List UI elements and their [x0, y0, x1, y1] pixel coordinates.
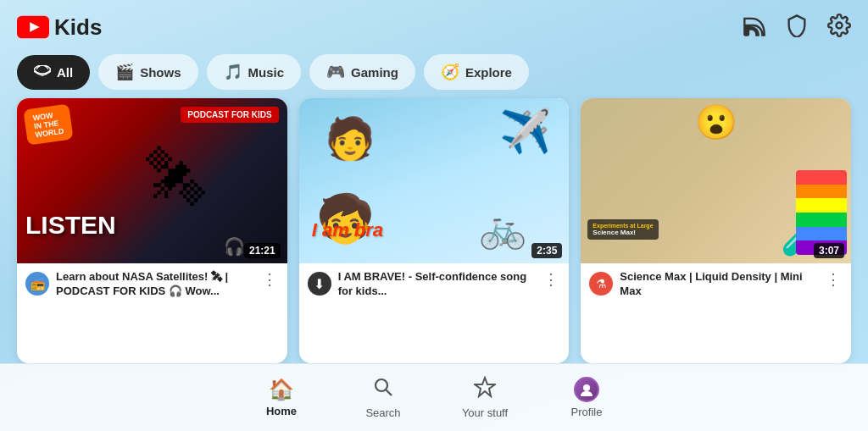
video-card-2[interactable]: ✈️ 🧒 🚲 🧑 I am bra 2:35 ⬇ I AM BRAVE! - S…: [299, 98, 570, 363]
tab-music[interactable]: 🎵 Music: [207, 54, 302, 90]
duration-badge-3: 3:07: [814, 243, 844, 258]
video-more-3[interactable]: ⋮: [824, 270, 843, 289]
video-left-3: ⚗ Science Max | Liquid Density | Mini Ma…: [589, 270, 819, 299]
video-info-1: 📻 Learn about NASA Satellites! 🛰 | PODCA…: [17, 263, 287, 306]
duration-badge-2: 2:35: [531, 243, 562, 258]
video-left-2: ⬇ I AM BRAVE! - Self-confidence song for…: [308, 270, 537, 299]
video-left-1: 📻 Learn about NASA Satellites! 🛰 | PODCA…: [25, 270, 255, 299]
shield-icon[interactable]: [785, 14, 809, 41]
shows-icon: 🎬: [115, 63, 134, 81]
listen-overlay: LISTEN: [25, 211, 116, 240]
all-icon: [34, 64, 51, 81]
profile-label: Profile: [571, 406, 603, 418]
video-more-2[interactable]: ⋮: [542, 270, 560, 289]
svg-line-5: [387, 390, 392, 396]
video-card-3[interactable]: 😮 🧪 Experiments at Large Science Max! 3:…: [581, 98, 851, 363]
tab-shows-label: Shows: [140, 65, 181, 80]
video-title-2: I AM BRAVE! - Self-confidence song for k…: [338, 270, 537, 299]
nav-tabs: All 🎬 Shows 🎵 Music 🎮 Gaming 🧭 Explore: [0, 54, 868, 98]
search-icon: [372, 376, 394, 403]
svg-point-3: [837, 23, 843, 29]
svg-point-4: [376, 379, 387, 391]
cast-icon[interactable]: [743, 14, 766, 41]
video-thumb-3: 😮 🧪 Experiments at Large Science Max! 3:…: [581, 98, 851, 263]
svg-marker-6: [475, 378, 495, 396]
nav-home[interactable]: 🏠 Home: [231, 371, 332, 424]
video-info-3: ⚗ Science Max | Liquid Density | Mini Ma…: [581, 263, 851, 306]
video-info-2: ⬇ I AM BRAVE! - Self-confidence song for…: [299, 263, 570, 306]
channel-icon-2: ⬇: [308, 272, 331, 296]
gaming-icon: 🎮: [326, 63, 345, 81]
science-badge: Experiments at Large Science Max!: [587, 219, 658, 240]
header-icons: [743, 14, 851, 41]
video-more-1[interactable]: ⋮: [260, 270, 279, 289]
nav-your-stuff[interactable]: Your stuff: [434, 369, 536, 426]
profile-avatar: [574, 377, 599, 402]
nav-profile[interactable]: Profile: [536, 370, 637, 425]
home-label: Home: [266, 405, 297, 417]
tab-all[interactable]: All: [17, 55, 90, 90]
video-thumb-2: ✈️ 🧒 🚲 🧑 I am bra 2:35: [299, 98, 570, 263]
duration-badge-1: 21:21: [244, 243, 281, 258]
logo-area: Kids: [17, 14, 102, 41]
video-grid: WOWIN THEWORLD 🛰 PODCAST FOR KIDS LISTEN…: [0, 98, 868, 363]
explore-icon: 🧭: [441, 63, 459, 81]
svg-rect-2: [744, 33, 748, 35]
your-stuff-label: Your stuff: [462, 406, 508, 419]
app-title: Kids: [54, 14, 102, 41]
settings-icon[interactable]: [827, 14, 851, 41]
bottom-nav: 🏠 Home Search Your stuff Profile: [0, 363, 868, 431]
tab-gaming-label: Gaming: [351, 65, 398, 80]
tab-music-label: Music: [248, 65, 285, 80]
nav-search[interactable]: Search: [332, 369, 434, 426]
header: Kids: [0, 0, 868, 54]
video-title-3: Science Max | Liquid Density | Mini Max: [620, 270, 819, 299]
video-card-1[interactable]: WOWIN THEWORLD 🛰 PODCAST FOR KIDS LISTEN…: [17, 98, 287, 363]
tab-explore-label: Explore: [465, 65, 512, 80]
home-icon: 🏠: [269, 378, 294, 401]
youtube-logo: [17, 15, 49, 39]
tab-all-label: All: [57, 65, 73, 80]
video-thumb-1: WOWIN THEWORLD 🛰 PODCAST FOR KIDS LISTEN…: [17, 98, 287, 263]
svg-point-7: [583, 384, 590, 391]
tab-explore[interactable]: 🧭 Explore: [424, 54, 529, 90]
music-icon: 🎵: [224, 63, 242, 81]
tab-shows[interactable]: 🎬 Shows: [98, 54, 198, 90]
brave-text: I am bra: [312, 219, 383, 241]
search-label: Search: [365, 406, 400, 419]
channel-icon-3: ⚗: [589, 272, 613, 296]
video-title-1: Learn about NASA Satellites! 🛰 | PODCAST…: [56, 270, 255, 299]
wow-badge: WOWIN THEWORLD: [23, 103, 73, 145]
podcast-badge: PODCAST FOR KIDS: [181, 107, 278, 123]
tab-gaming[interactable]: 🎮 Gaming: [309, 54, 415, 90]
your-stuff-icon: [474, 376, 496, 403]
channel-icon-1: 📻: [25, 272, 49, 296]
